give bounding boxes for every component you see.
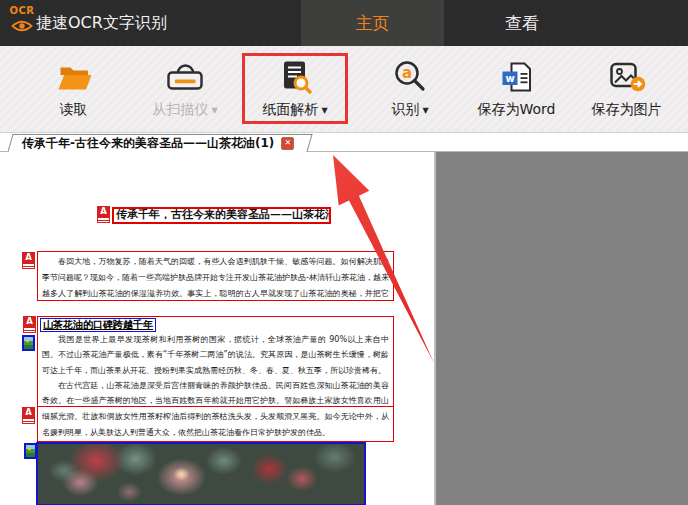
eye-icon <box>11 20 33 32</box>
ribbon-tab-home[interactable]: 主页 <box>301 0 444 46</box>
paragraph-text: 在古代宫廷，山茶花油是深受后宫佳丽青睐的养颜护肤佳品。民间百姓也深知山茶花油的美… <box>38 378 393 407</box>
ribbon-tab-view[interactable]: 查看 <box>444 0 600 46</box>
image-region-icon[interactable] <box>22 335 35 351</box>
read-button-label: 读取 <box>23 101 127 119</box>
region-section-2[interactable]: 山茶花油的口碑跨越千年 我国是世界上最早发现茶树和利用茶树的国家，据统计，全球茶… <box>37 316 394 407</box>
app-title: 捷速OCR文字识别 <box>36 0 167 46</box>
save-as-word-label: 保存为Word <box>466 101 570 119</box>
svg-text:w: w <box>505 73 514 84</box>
paper-analysis-button[interactable]: 纸面解析▼ <box>243 46 347 132</box>
read-button[interactable]: 读取 <box>23 46 127 132</box>
word-document-icon: w <box>466 57 570 97</box>
document-magnifier-icon <box>243 57 347 97</box>
magnifier-a-icon: a <box>358 57 462 97</box>
region-paragraph-1[interactable]: 春回大地，万物复苏，随着天气的回暖，有些人会遇到肌肤干燥、敏感等问题。如何解决肌… <box>37 251 394 301</box>
save-as-image-label: 保存为图片 <box>576 101 680 119</box>
app-logo: OCR <box>7 4 37 32</box>
toolbar: 读取 从扫描仪▼ <box>0 46 688 133</box>
logo-ocr-text: OCR <box>7 4 37 18</box>
title-bar: OCR 捷速OCR文字识别 主页 查看 <box>0 0 688 46</box>
recognize-button[interactable]: a 识别▼ <box>358 46 462 132</box>
from-scanner-label: 从扫描仪▼ <box>133 101 237 119</box>
section-heading-wrap: 山茶花油的口碑跨越千年 <box>40 318 393 332</box>
text-region-icon[interactable]: A <box>22 252 35 269</box>
document-tab-bar: 传承千年-古往今来的美容圣品——山茶花油(1) ✕ <box>0 133 688 152</box>
close-icon[interactable]: ✕ <box>281 137 294 150</box>
text-region-icon[interactable]: A <box>23 316 36 333</box>
region-paragraph-3[interactable]: 细腻光滑。壮族和侗族女性用茶籽榨油后得到的茶枯洗头发，头发顺滑又黑亮。如今无论中… <box>37 406 394 442</box>
save-as-image-button[interactable]: 保存为图片 <box>576 46 680 132</box>
svg-text:a: a <box>402 64 412 82</box>
text-region-icon[interactable]: A <box>22 407 35 424</box>
image-region-icon[interactable] <box>24 443 37 459</box>
open-folder-icon <box>23 57 127 97</box>
image-export-icon <box>576 57 680 97</box>
save-as-word-button[interactable]: w 保存为Word <box>466 46 570 132</box>
paragraph-text: 细腻光滑。壮族和侗族女性用茶籽榨油后得到的茶枯洗头发，头发顺滑又黑亮。如今无论中… <box>38 407 393 440</box>
canvas-background <box>434 152 688 505</box>
region-camellia-photo[interactable] <box>36 442 366 505</box>
region-document-title[interactable]: 传承千年，古往今来的美容圣品——山茶花油 <box>112 207 331 224</box>
from-scanner-button[interactable]: 从扫描仪▼ <box>133 46 237 132</box>
document-tab[interactable]: 传承千年-古往今来的美容圣品——山茶花油(1) ✕ <box>10 134 310 152</box>
document-tab-title: 传承千年-古往今来的美容圣品——山茶花油(1) <box>22 135 274 152</box>
text-region-icon[interactable]: A <box>97 206 110 223</box>
paragraph-text: 春回大地，万物复苏，随着天气的回暖，有些人会遇到肌肤干燥、敏感等问题。如何解决肌… <box>38 252 393 301</box>
paper-analysis-label: 纸面解析▼ <box>243 101 347 119</box>
document-page: A 传承千年，古往今来的美容圣品——山茶花油 A 春回大地，万物复苏，随着天气的… <box>0 152 434 505</box>
scanner-icon <box>133 57 237 97</box>
section-heading: 山茶花油的口碑跨越千年 <box>40 318 156 332</box>
paragraph-text: 我国是世界上最早发现茶树和利用茶树的国家，据统计，全球茶油产量的 90%以上来自… <box>38 332 393 378</box>
app-window: OCR 捷速OCR文字识别 主页 查看 读取 <box>0 0 688 505</box>
recognize-label: 识别▼ <box>358 101 462 119</box>
